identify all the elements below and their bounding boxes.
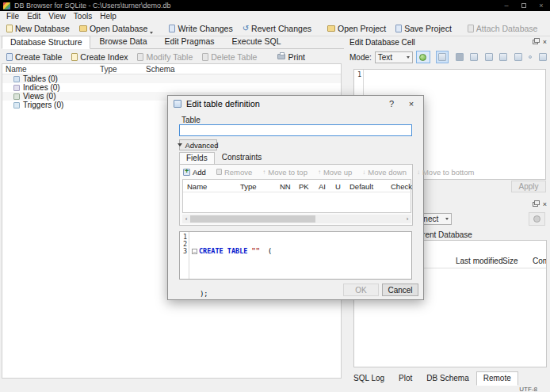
remote-column-commit[interactable]: Commit (533, 257, 547, 265)
encoding-indicator[interactable]: UTF-8 (519, 386, 537, 392)
export-icon[interactable] (485, 53, 493, 61)
edit-cell-dock-header: Edit Database Cell × (346, 37, 550, 47)
new-database-button[interactable]: New Database (2, 22, 74, 36)
scroll-left-icon[interactable]: ‹ (182, 215, 190, 223)
window-titlebar: DB Browser for SQLite - C:\Users\turner\… (0, 0, 550, 11)
apply-button: Apply (511, 181, 546, 192)
tree-column-type[interactable]: Type (100, 65, 146, 74)
col-ai[interactable]: AI (319, 182, 326, 191)
move-to-top-button: ↑ Move to top (262, 168, 307, 177)
import-icon[interactable] (470, 53, 478, 61)
advanced-toggle-button[interactable]: Advanced (179, 139, 217, 150)
tab-sql-log[interactable]: SQL Log (346, 371, 391, 386)
fullscreen-icon[interactable] (514, 53, 522, 61)
attach-database-icon (468, 25, 474, 32)
tab-browse-data[interactable]: Browse Data (90, 35, 155, 48)
add-icon (183, 169, 190, 176)
code-fold-icon[interactable]: – (192, 249, 197, 254)
col-pk[interactable]: PK (299, 182, 309, 191)
globe-icon (533, 215, 540, 223)
main-tab-bar: Database Structure Browse Data Edit Prag… (2, 37, 344, 49)
move-down-button: ↓ Move down (362, 168, 407, 177)
dot-icon[interactable] (529, 55, 532, 59)
open-database-button[interactable]: Open Database (74, 22, 159, 36)
modify-table-icon (137, 53, 143, 61)
word-wrap-toggle[interactable] (416, 51, 430, 63)
tab-database-structure[interactable]: Database Structure (2, 36, 90, 49)
sql-code: –CREATE TABLE "" ( ); (189, 232, 272, 279)
attach-database-button: Attach Database (463, 22, 543, 36)
page-icon (438, 53, 446, 61)
dialog-close-icon[interactable]: × (405, 98, 418, 109)
tab-constraints[interactable]: Constraints (215, 151, 269, 164)
close-dock-icon[interactable]: × (543, 39, 547, 46)
col-default[interactable]: Default (349, 182, 373, 191)
fields-group: Add Remove ↑ Move to top ↑ Move up ↓ Mov… (179, 164, 413, 226)
tab-execute-sql[interactable]: Execute SQL (223, 35, 290, 48)
menu-tools[interactable]: Tools (70, 11, 96, 21)
add-field-button[interactable]: Add (183, 168, 206, 177)
maximize-icon[interactable] (515, 0, 533, 11)
col-u[interactable]: U (335, 182, 341, 191)
float-dock-icon[interactable] (533, 40, 538, 44)
table-name-input[interactable] (179, 124, 412, 136)
tab-remote[interactable]: Remote (476, 371, 518, 386)
close-dock-icon[interactable]: × (543, 201, 547, 208)
tab-db-schema[interactable]: DB Schema (419, 371, 476, 386)
arrow-up-icon: ↑ (262, 169, 265, 176)
dialog-icon (174, 100, 181, 108)
fields-toolbar: Add Remove ↑ Move to top ↑ Move up ↓ Mov… (183, 166, 411, 177)
dialog-help-icon[interactable]: ? (385, 98, 398, 109)
cancel-button[interactable]: Cancel (382, 284, 418, 296)
col-nn[interactable]: NN (280, 182, 291, 191)
text-mode-button[interactable] (436, 51, 449, 63)
tab-plot[interactable]: Plot (391, 371, 419, 386)
menu-view[interactable]: View (44, 11, 70, 21)
mode-select[interactable]: Text (375, 51, 413, 63)
move-up-button: ↑ Move up (318, 168, 352, 177)
remove-field-button: Remove (216, 168, 252, 177)
menu-file[interactable]: File (2, 11, 23, 21)
menu-edit[interactable]: Edit (23, 11, 44, 21)
tree-item-indices[interactable]: Indices (0) (2, 83, 341, 92)
print-button[interactable]: Print (273, 50, 310, 63)
create-table-button[interactable]: Create Table (2, 50, 67, 63)
tree-column-name[interactable]: Name (2, 65, 100, 74)
remote-column-size[interactable]: Size (502, 257, 518, 265)
create-index-icon (71, 53, 78, 61)
write-changes-button[interactable]: Write Changes (164, 22, 237, 36)
col-name[interactable]: Name (187, 182, 207, 191)
print-cell-icon[interactable] (539, 53, 547, 61)
chevron-down-icon (445, 218, 449, 220)
minimize-icon[interactable]: – (498, 0, 515, 11)
arrow-down-icon: ↓ (362, 169, 365, 176)
col-check[interactable]: Check (391, 182, 412, 191)
tables-icon (13, 76, 20, 82)
tab-fields[interactable]: Fields (179, 152, 215, 165)
structure-toolbar: Create Table Create Index Modify Table D… (2, 50, 344, 63)
pencil-icon[interactable] (456, 53, 464, 61)
revert-changes-button[interactable]: ↺ Revert Changes (238, 22, 316, 36)
edit-table-dialog: Edit table definition ? × Table Advanced… (167, 95, 424, 300)
triangle-down-icon (178, 143, 182, 147)
scroll-right-icon[interactable]: › (403, 215, 411, 223)
scroll-thumb[interactable] (190, 215, 315, 223)
fields-table: Name Type NN PK AI U Default Check (182, 179, 411, 213)
float-dock-icon[interactable] (533, 202, 538, 207)
tree-column-schema[interactable]: Schema (146, 65, 175, 74)
ok-button: OK (343, 284, 379, 296)
arrow-up-icon: ↑ (318, 169, 321, 176)
word-wrap-icon (419, 54, 426, 61)
tab-edit-pragmas[interactable]: Edit Pragmas (156, 35, 223, 48)
menu-help[interactable]: Help (96, 11, 120, 21)
remote-column-last-modified[interactable]: Last modified (456, 257, 502, 265)
col-type[interactable]: Type (240, 182, 257, 191)
open-external-icon[interactable] (499, 53, 507, 61)
tree-item-tables[interactable]: Tables (0) (2, 74, 341, 83)
create-index-button[interactable]: Create Index (67, 50, 132, 63)
save-project-button[interactable]: Save Project (391, 22, 456, 36)
delete-table-button: Delete Table (197, 50, 262, 63)
close-icon[interactable]: × (533, 0, 550, 11)
open-project-button[interactable]: Open Project (323, 22, 391, 36)
fields-hscrollbar[interactable]: ‹ › (182, 215, 411, 223)
